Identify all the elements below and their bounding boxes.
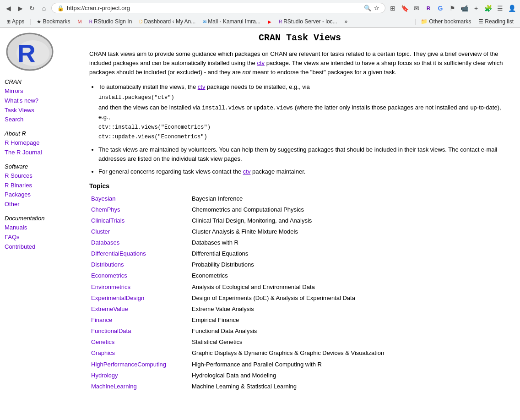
topic-link[interactable]: ExperimentalDesign [91,295,144,301]
refresh-button[interactable]: ↻ [27,4,37,13]
sidebar-link-r-binaries[interactable]: R Binaries [5,181,76,191]
bookmark-icon[interactable]: 🔖 [400,4,409,13]
topics-heading: Topics [89,182,510,190]
browser-toolbar: ◀ ▶ ↻ ⌂ 🔒 https://cran.r-project.org 🔍 ☆… [0,0,520,16]
bookmark-youtube[interactable]: ▶ [265,18,274,25]
topic-link[interactable]: ExtremeValue [91,305,128,312]
avatar-icon[interactable]: 👤 [507,4,516,13]
topic-link[interactable]: Finance [91,316,112,323]
bookmark-more[interactable]: » [342,17,351,26]
reading-list-button[interactable]: ☰ Reading list [476,17,516,26]
sidebar-link-other[interactable]: Other [5,200,76,209]
topic-link-cell: Bayesian [89,193,190,204]
sidebar-link-faqs[interactable]: FAQs [5,233,76,242]
topic-link[interactable]: Genetics [91,338,114,345]
bookmark-rstudio-server[interactable]: R RStudio Server - loc... [276,17,340,26]
search-icon: 🔍 [364,5,371,11]
bookmark-rstudio-sign-in[interactable]: R RStudio Sign In [87,17,135,26]
mail-icon[interactable]: ✉ [412,4,421,13]
add-tab-icon[interactable]: + [471,4,481,13]
topic-link[interactable]: ClinicalTrials [91,217,125,224]
svg-text:R: R [17,39,36,68]
rstudio-server-icon: R [279,19,282,24]
table-row: Econometrics Econometrics [89,270,510,281]
topic-link[interactable]: DifferentialEquations [91,250,146,257]
topic-desc-cell: Databases with R [190,237,510,248]
table-row: Environmetrics Analysis of Ecological an… [89,282,510,293]
sidebar-link-whats-new[interactable]: What's new? [5,96,76,106]
topic-link[interactable]: MachineLearning [91,383,137,390]
topic-link[interactable]: Cluster [91,228,110,235]
youtube-icon: ▶ [268,19,271,24]
topic-link[interactable]: ChemPhys [91,206,120,213]
code-install-packages: install.packages("ctv") [98,93,510,102]
google-icon[interactable]: G [436,4,445,13]
bookmark-bookmarks[interactable]: ★ Bookmarks [34,17,73,26]
ctv-link-3[interactable]: ctv [243,168,251,175]
rstudio-icon-bm: R [89,19,92,24]
intro-paragraph: CRAN task views aim to provide some guid… [89,49,510,77]
topic-link[interactable]: Graphics [91,349,115,356]
topic-link[interactable]: Distributions [91,261,124,268]
bookmark-mail[interactable]: ✉ Mail - Kamarul Imra... [200,17,263,26]
topic-desc-cell: Analysis of Ecological and Environmental… [190,282,510,293]
ctv-link-2[interactable]: ctv [198,83,206,90]
other-bookmarks-button[interactable]: 📁 Other bookmarks [418,17,474,26]
topic-link[interactable]: FunctionalData [91,327,131,334]
forward-button[interactable]: ▶ [16,4,25,13]
table-row: MachineLearning Machine Learning & Stati… [89,381,510,392]
topic-link[interactable]: HighPerformanceComputing [91,361,166,368]
table-row: HighPerformanceComputing High-Performanc… [89,359,510,370]
table-row: Cluster Cluster Analysis & Finite Mixtur… [89,226,510,237]
topic-desc-cell: Econometrics [190,270,510,281]
menu-icon[interactable]: ☰ [495,4,504,13]
bookmark-gmail[interactable]: M [75,18,85,25]
bookmark-rstudio-server-label: RStudio Server - loc... [283,18,337,25]
ctv-link-1[interactable]: ctv [257,60,265,66]
mail-bm-icon: ✉ [203,19,206,24]
topic-link[interactable]: Econometrics [91,272,127,279]
sidebar-link-r-sources[interactable]: R Sources [5,171,76,181]
topic-link[interactable]: Environmetrics [91,284,130,290]
table-row: Distributions Probability Distributions [89,259,510,270]
sidebar-link-packages[interactable]: Packages [5,190,76,200]
topic-link-cell: ChemPhys [89,204,190,215]
rstudio-icon[interactable]: R [424,4,433,13]
other-bookmarks-label: Other bookmarks [429,18,471,25]
flag-icon[interactable]: ⚑ [448,4,457,13]
topic-desc-cell: Design of Experiments (DoE) & Analysis o… [190,293,510,304]
topic-desc-cell: Bayesian Inference [190,193,510,204]
topics-table: Bayesian Bayesian Inference ChemPhys Che… [89,193,510,393]
topic-link[interactable]: Databases [91,239,119,246]
sidebar-link-search[interactable]: Search [5,115,76,125]
extensions-icon[interactable]: ⊞ [388,4,397,13]
table-row: ExperimentalDesign Design of Experiments… [89,293,510,304]
sidebar-link-manuals[interactable]: Manuals [5,223,76,233]
topic-link[interactable]: Bayesian [91,195,115,202]
about-section-title: About R [5,130,76,137]
main-content: CRAN Task Views CRAN task views aim to p… [80,28,520,415]
separator2: | [415,18,416,25]
topic-desc-cell: Empirical Finance [190,315,510,326]
table-row: Databases Databases with R [89,237,510,248]
puzzle-icon[interactable]: 🧩 [483,4,493,13]
sidebar-link-contributed[interactable]: Contributed [5,242,76,252]
browser-chrome: ◀ ▶ ↻ ⌂ 🔒 https://cran.r-project.org 🔍 ☆… [0,0,520,28]
topic-desc-cell: Statistical Genetics [190,337,510,348]
topic-link-cell: ExtremeValue [89,304,190,315]
video-icon[interactable]: 📹 [460,4,469,13]
back-button[interactable]: ◀ [4,4,13,13]
home-button[interactable]: ⌂ [39,4,49,13]
sidebar-link-r-homepage[interactable]: R Homepage [5,138,76,148]
bookmark-dashboard[interactable]: D Dashboard ‹ My An... [136,17,198,26]
table-row: ClinicalTrials Clinical Trial Design, Mo… [89,215,510,226]
address-bar[interactable]: 🔒 https://cran.r-project.org 🔍 ☆ [51,3,385,13]
topic-link[interactable]: Hydrology [91,372,118,379]
topic-desc-cell: Machine Learning & Statistical Learning [190,381,510,392]
bookmark-apps[interactable]: ⊞ Apps [4,17,27,26]
page-title: CRAN Task Views [89,33,510,43]
sidebar-link-r-journal[interactable]: The R Journal [5,148,76,158]
topic-link-cell: Graphics [89,348,190,359]
sidebar-link-mirrors[interactable]: Mirrors [5,87,76,96]
sidebar-link-task-views[interactable]: Task Views [5,106,76,115]
